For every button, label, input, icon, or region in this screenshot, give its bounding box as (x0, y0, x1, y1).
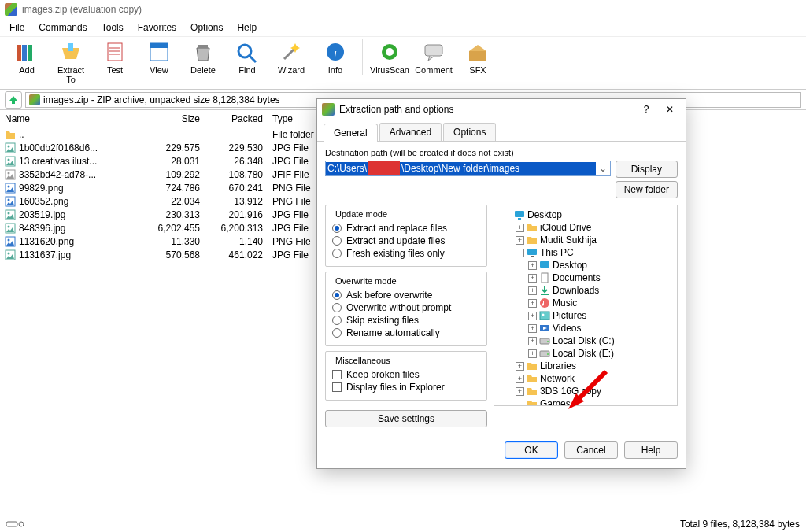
expand-icon[interactable] (516, 362, 524, 371)
chevron-down-icon[interactable]: ⌄ (596, 163, 610, 174)
tree-item[interactable]: Desktop (497, 209, 675, 221)
file-packed: 1,140 (205, 236, 268, 247)
tree-item[interactable]: Local Disk (E:) (497, 347, 675, 360)
tree-item[interactable]: iCloud Drive (497, 221, 675, 234)
opt-fresh-only[interactable]: Fresh existing files only (332, 247, 480, 260)
radio-icon (332, 303, 342, 312)
svg-point-31 (8, 252, 10, 254)
dialog-tabs: General Advanced Options (317, 120, 686, 142)
expand-icon[interactable] (516, 236, 524, 245)
tool-extract-to[interactable]: Extract To (50, 39, 91, 86)
svg-point-21 (8, 185, 10, 187)
tool-sfx[interactable]: SFX (457, 39, 498, 76)
dialog-title-bar[interactable]: Extraction path and options ? ✕ (317, 99, 686, 120)
expand-icon[interactable] (516, 387, 524, 396)
new-folder-button[interactable]: New folder (616, 181, 678, 198)
expand-icon[interactable] (528, 324, 537, 333)
svg-rect-32 (6, 522, 17, 526)
col-packed[interactable]: Packed (205, 113, 268, 124)
tree-item[interactable]: Network (497, 372, 675, 385)
opt-extract-update[interactable]: Extract and update files (332, 235, 480, 247)
help-icon[interactable]: ? (640, 104, 653, 115)
tree-item[interactable]: Music (497, 297, 675, 309)
tool-test[interactable]: Test (94, 39, 135, 76)
tree-label: Mudit Sukhija (540, 235, 597, 246)
menu-file[interactable]: File (3, 20, 31, 35)
svg-rect-37 (531, 256, 534, 257)
tool-view[interactable]: View (139, 39, 179, 76)
books-icon (13, 40, 40, 64)
tree-item[interactable]: Downloads (497, 284, 675, 297)
tool-info[interactable]: iInfo (315, 39, 356, 76)
tree-item[interactable]: Mudit Sukhija (497, 234, 675, 246)
opt-overwrite-noprompt[interactable]: Overwrite without prompt (332, 301, 480, 314)
expand-icon[interactable] (528, 261, 537, 270)
expand-icon[interactable] (528, 349, 537, 358)
help-button[interactable]: Help (624, 441, 678, 459)
downloads-icon (539, 285, 550, 296)
tree-item[interactable]: Libraries (497, 360, 675, 372)
up-button[interactable] (5, 91, 22, 109)
tab-advanced[interactable]: Advanced (379, 123, 442, 141)
file-size: 28,031 (150, 156, 205, 167)
opt-skip-existing[interactable]: Skip existing files (332, 314, 480, 327)
file-name: 1131637.jpg (19, 249, 71, 260)
tree-label: Local Disk (C:) (553, 335, 615, 346)
tool-add[interactable]: Add (6, 39, 47, 76)
tree-item[interactable]: Games (497, 397, 675, 406)
file-packed: 229,530 (205, 142, 268, 153)
pc-icon (527, 247, 538, 258)
ok-button[interactable]: OK (505, 441, 558, 459)
expand-icon[interactable] (516, 224, 524, 232)
tab-options[interactable]: Options (443, 123, 496, 141)
tool-comment[interactable]: Comment (413, 39, 454, 76)
tree-item[interactable]: Pictures (497, 309, 675, 322)
collapse-icon[interactable] (516, 249, 524, 257)
destination-path-input[interactable]: C:\Users\ \Desktop\New folder\images ⌄ (325, 161, 611, 176)
col-size[interactable]: Size (150, 113, 205, 124)
tool-virusscan[interactable]: VirusScan (369, 39, 410, 76)
menu-help[interactable]: Help (231, 20, 263, 35)
tool-wizard[interactable]: Wizard (271, 39, 312, 76)
svg-text:i: i (335, 48, 337, 59)
chk-display-explorer[interactable]: Display files in Explorer (332, 381, 480, 393)
tool-label: Add (19, 65, 35, 75)
tree-item[interactable]: 3DS 16G copy (497, 385, 675, 397)
expand-icon[interactable] (528, 299, 537, 308)
chk-keep-broken[interactable]: Keep broken files (332, 368, 480, 381)
expand-icon[interactable] (528, 337, 537, 345)
file-name: 1b00db2f0168d6... (19, 142, 98, 153)
menu-options[interactable]: Options (184, 20, 229, 35)
col-name[interactable]: Name (0, 113, 150, 124)
menu-bar: File Commands Tools Favorites Options He… (0, 19, 806, 37)
menu-commands[interactable]: Commands (32, 20, 93, 35)
tree-item[interactable]: Documents (497, 272, 675, 284)
cancel-button[interactable]: Cancel (564, 441, 618, 459)
tree-item[interactable]: Local Disk (C:) (497, 334, 675, 347)
png-file-icon (5, 196, 16, 207)
tree-item[interactable]: Desktop (497, 259, 675, 272)
svg-point-33 (19, 522, 24, 526)
menu-favorites[interactable]: Favorites (131, 20, 183, 35)
expand-icon[interactable] (528, 286, 537, 295)
menu-tools[interactable]: Tools (95, 20, 130, 35)
expand-icon[interactable] (528, 312, 537, 320)
file-size: 22,034 (150, 196, 205, 207)
tree-item[interactable]: This PC (497, 246, 675, 259)
close-icon[interactable]: ✕ (664, 104, 676, 115)
file-size: 109,292 (150, 169, 205, 180)
opt-rename-auto[interactable]: Rename automatically (332, 327, 480, 339)
save-settings-button[interactable]: Save settings (325, 410, 487, 427)
checkbox-icon (332, 370, 342, 379)
opt-ask-overwrite[interactable]: Ask before overwrite (332, 289, 480, 301)
expand-icon[interactable] (516, 375, 524, 383)
tool-find[interactable]: Find (227, 39, 268, 76)
opt-extract-replace[interactable]: Extract and replace files (332, 222, 480, 235)
expand-icon[interactable] (528, 274, 537, 283)
tree-item[interactable]: Videos (497, 322, 675, 334)
tool-delete[interactable]: Delete (183, 39, 224, 76)
file-name: 1131620.png (19, 236, 74, 247)
display-button[interactable]: Display (616, 161, 678, 178)
pictures-icon (539, 310, 550, 321)
tab-general[interactable]: General (324, 124, 378, 142)
